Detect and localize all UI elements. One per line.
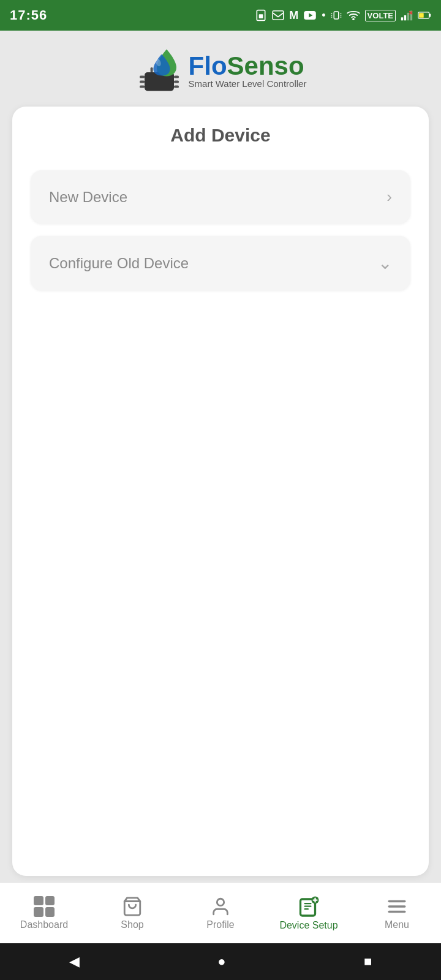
youtube-icon [303,10,317,20]
new-device-chevron: › [386,187,392,206]
nav-item-shop[interactable]: Shop [88,891,176,935]
card-title: Add Device [31,125,410,146]
bottom-nav: Dashboard Shop Profile Device Setup [0,882,441,943]
configure-old-device-button[interactable]: Configure Old Device ⌄ [31,236,410,290]
svg-rect-25 [140,86,145,88]
sim-icon [255,9,267,21]
app-logo-icon [135,45,184,94]
nav-item-device-setup[interactable]: Device Setup [265,891,353,936]
dashboard-icon [34,896,55,917]
svg-rect-5 [334,12,339,19]
nav-label-profile: Profile [206,919,234,930]
nav-item-menu[interactable]: Menu [353,891,441,935]
logo-tagline: Smart Water Level Controller [189,78,307,89]
new-device-button[interactable]: New Device › [31,170,410,224]
configure-old-device-chevron: ⌄ [378,253,392,273]
email-icon [272,10,284,20]
svg-rect-28 [174,86,179,88]
nav-label-device-setup: Device Setup [279,920,337,931]
svg-rect-21 [419,13,424,18]
svg-rect-29 [150,67,153,72]
logo-flo: Flo [189,51,227,80]
shop-icon [122,896,143,917]
svg-rect-13 [401,17,403,20]
back-button[interactable]: ◀ [55,949,94,974]
system-nav: ◀ ● ■ [0,943,441,980]
new-device-label: New Device [49,189,127,206]
main-content: FloSenso Smart Water Level Controller Ad… [0,31,441,882]
logo-header: FloSenso Smart Water Level Controller [135,31,307,107]
svg-rect-14 [404,15,406,20]
recent-button[interactable]: ■ [349,949,386,974]
svg-rect-24 [140,81,145,83]
status-icons: M • VOLTE [255,9,431,22]
nav-item-profile[interactable]: Profile [176,891,265,935]
wifi-icon [347,10,360,20]
logo-senso: Senso [227,51,304,80]
svg-rect-36 [304,903,312,904]
nav-label-menu: Menu [385,919,409,930]
vibrate-icon [331,9,342,21]
svg-rect-26 [174,76,179,78]
status-time: 17:56 [10,7,47,23]
volte-icon: VOLTE [365,10,396,21]
battery-icon [418,11,431,20]
nav-item-dashboard[interactable]: Dashboard [0,891,88,935]
svg-point-12 [352,18,355,20]
logo-text: FloSenso Smart Water Level Controller [189,51,307,89]
svg-point-34 [217,899,224,905]
svg-rect-38 [304,908,309,910]
svg-rect-23 [140,76,145,78]
signal-icon [401,10,413,21]
svg-rect-20 [429,13,431,17]
menu-icon [386,896,407,917]
nav-label-shop: Shop [121,919,143,930]
svg-rect-37 [304,905,312,907]
configure-old-device-label: Configure Old Device [49,255,189,272]
nav-label-dashboard: Dashboard [20,919,68,930]
gmail-icon: M [289,9,298,22]
svg-rect-2 [273,11,284,20]
dot-icon: • [322,9,325,22]
svg-rect-27 [174,81,179,83]
svg-rect-1 [259,14,263,18]
add-device-card: Add Device New Device › Configure Old De… [12,107,429,876]
profile-icon [210,896,231,917]
device-setup-icon [298,895,320,918]
status-bar: 17:56 M • VOLTE [0,0,441,31]
home-button[interactable]: ● [203,949,240,974]
